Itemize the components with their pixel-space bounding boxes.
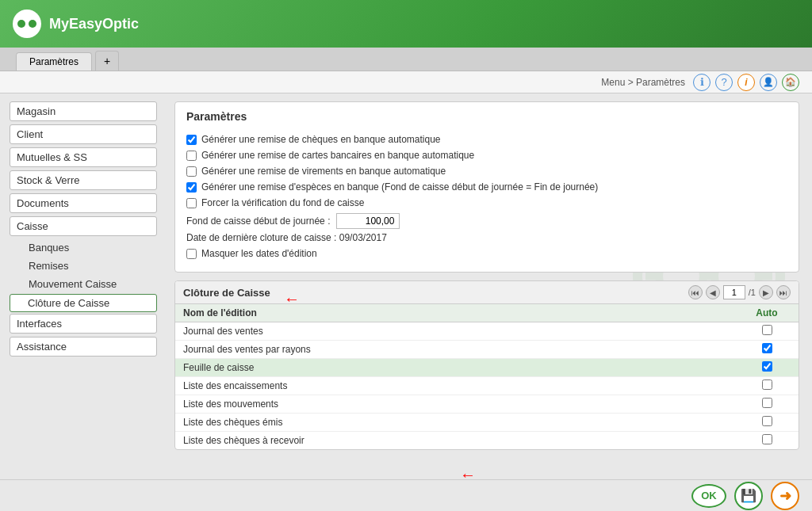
logo-dot-2: [29, 20, 36, 28]
checkbox-2[interactable]: [186, 151, 197, 161]
row-checkbox[interactable]: [762, 361, 772, 372]
checkbox-row-4: Générer une remise d'espèces en banque (…: [186, 181, 787, 193]
row-label: Feuille de caisse: [183, 362, 743, 373]
sidebar-item-interfaces[interactable]: Interfaces: [10, 314, 157, 334]
user-icon[interactable]: 👤: [760, 74, 777, 91]
row-auto: [743, 416, 791, 429]
row-auto: [743, 379, 791, 392]
sidebar-item-stock[interactable]: Stock & Verre: [10, 170, 157, 190]
breadcrumb-bar: Menu > Paramètres ℹ ? i 👤 🏠: [0, 71, 812, 93]
page-total: /1: [749, 288, 756, 297]
checkbox-5[interactable]: [186, 198, 197, 208]
help-icon[interactable]: ?: [715, 74, 733, 91]
table-row: Liste des mouvements: [175, 395, 799, 414]
sidebar-item-mutuelles[interactable]: Mutuelles & SS: [10, 147, 157, 167]
sidebar-sub-mouvement[interactable]: Mouvement Caisse: [10, 276, 157, 292]
row-auto: [743, 398, 791, 410]
table-row: Journal des ventes: [175, 322, 799, 341]
checkbox-label-1: Générer une remise de chèques en banque …: [201, 134, 441, 145]
fond-input[interactable]: [336, 213, 400, 229]
content-area: Paramètres Générer une remise de chèques…: [167, 93, 812, 479]
page-input[interactable]: [723, 285, 745, 299]
checkbox-1[interactable]: [186, 135, 197, 145]
checkbox-row-1: Générer une remise de chèques en banque …: [186, 134, 787, 145]
checkbox-3[interactable]: [186, 166, 197, 177]
params-section: Paramètres Générer une remise de chèques…: [174, 101, 799, 273]
row-label: Liste des chèques émis: [183, 417, 743, 428]
row-checkbox[interactable]: [762, 434, 772, 444]
table-row: Liste des encaissements: [175, 377, 799, 395]
tabbar: Paramètres +: [0, 48, 812, 71]
params-title: Paramètres: [186, 110, 787, 126]
page-next-btn[interactable]: ▶: [759, 285, 773, 299]
sidebar-item-caisse[interactable]: Caisse: [10, 216, 157, 236]
page-prev-btn[interactable]: ◀: [706, 285, 720, 299]
row-auto: [743, 343, 791, 356]
sidebar: Magasin Client Mutuelles & SS Stock & Ve…: [0, 93, 167, 479]
fond-label: Fond de caisse début de journée :: [186, 215, 330, 227]
checkbox-label-2: Générer une remise de cartes bancaires e…: [201, 150, 474, 161]
checkbox-label-5: Forcer la vérification du fond de caisse: [201, 197, 364, 208]
row-checkbox[interactable]: [762, 325, 772, 335]
page-first-btn[interactable]: ⏮: [688, 285, 703, 299]
sidebar-sub-banques[interactable]: Banques: [10, 239, 157, 256]
sidebar-item-magasin[interactable]: Magasin: [10, 101, 157, 121]
save-button[interactable]: 💾: [734, 482, 763, 510]
tab-parametres[interactable]: Paramètres: [16, 52, 92, 71]
table-row: Liste des chèques à recevoir: [175, 432, 799, 449]
checkbox-row-2: Générer une remise de cartes bancaires e…: [186, 150, 787, 161]
cloture-title: Clôture de Caisse: [183, 287, 270, 299]
save-icon: 💾: [741, 488, 756, 503]
checkbox-label-3: Générer une remise de virements en banqu…: [201, 166, 446, 177]
checkbox-label-4: Générer une remise d'espèces en banque (…: [201, 181, 598, 193]
masquer-label: Masquer les dates d'édition: [201, 248, 317, 259]
cloture-header: Clôture de Caisse ⏮ ◀ /1 ▶ ⏭: [175, 281, 799, 304]
sidebar-sub-cloture[interactable]: Clôture de Caisse: [10, 294, 157, 312]
checkbox-row-3: Générer une remise de virements en banqu…: [186, 166, 787, 177]
table-header: Nom de l'édition Auto: [175, 304, 799, 322]
fond-field-row: Fond de caisse début de journée :: [186, 213, 787, 229]
sidebar-item-client[interactable]: Client: [10, 124, 157, 144]
row-label: Liste des mouvements: [183, 399, 743, 410]
checkbox-4[interactable]: [186, 182, 197, 193]
row-checkbox[interactable]: [762, 398, 772, 408]
row-label: Journal des ventes par rayons: [183, 344, 743, 355]
home-icon[interactable]: 🏠: [782, 74, 799, 91]
breadcrumb: Menu > Paramètres: [601, 77, 685, 88]
col-nom-header: Nom de l'édition: [183, 307, 743, 318]
row-auto: [743, 325, 791, 337]
checkbox-row-5: Forcer la vérification du fond de caisse: [186, 197, 787, 208]
info-icon[interactable]: ℹ: [693, 74, 710, 91]
ok-button[interactable]: OK: [691, 484, 726, 508]
bottom-bar: OK 💾 ➜: [0, 479, 812, 511]
table-row: Journal des ventes par rayons: [175, 341, 799, 359]
logo-dot-1: [17, 20, 25, 28]
tab-add[interactable]: +: [95, 51, 119, 71]
arrow-journal: ←: [460, 466, 476, 479]
row-checkbox[interactable]: [762, 379, 772, 390]
masquer-row: Masquer les dates d'édition: [186, 248, 787, 259]
sidebar-sub-remises[interactable]: Remises: [10, 257, 157, 274]
row-auto: [743, 361, 791, 374]
row-label: Liste des chèques à recevoir: [183, 435, 743, 446]
pagination: ⏮ ◀ /1 ▶ ⏭: [688, 285, 791, 299]
main-layout: Magasin Client Mutuelles & SS Stock & Ve…: [0, 93, 812, 479]
row-checkbox[interactable]: [762, 343, 772, 353]
app-header: MyEasyOptic: [0, 0, 812, 48]
page-last-btn[interactable]: ⏭: [776, 285, 791, 299]
row-label: Liste des encaissements: [183, 380, 743, 391]
logo-dots: [17, 20, 36, 28]
info2-icon[interactable]: i: [737, 74, 755, 91]
table-row: Feuille de caisse: [175, 359, 799, 377]
row-label: Journal des ventes: [183, 326, 743, 337]
masquer-checkbox[interactable]: [186, 249, 197, 259]
col-auto-header: Auto: [743, 307, 791, 318]
sidebar-item-documents[interactable]: Documents: [10, 193, 157, 213]
exit-button[interactable]: ➜: [771, 482, 799, 510]
row-checkbox[interactable]: [762, 416, 772, 426]
toolbar-icons: ℹ ? i 👤 🏠: [693, 74, 799, 91]
logo: [13, 10, 41, 38]
tab-label: Paramètres: [29, 56, 79, 67]
sidebar-item-assistance[interactable]: Assistance: [10, 337, 157, 357]
row-auto: [743, 434, 791, 447]
